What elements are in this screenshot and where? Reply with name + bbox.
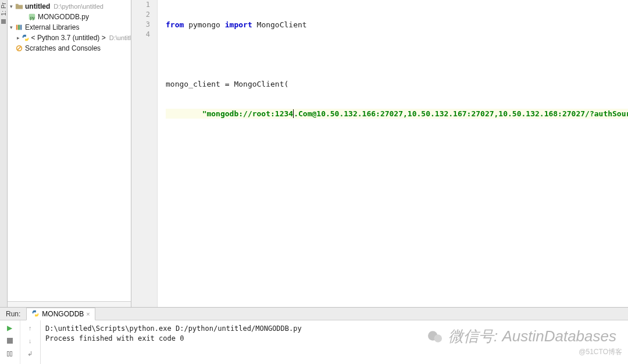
soft-wrap-button[interactable]: ↲ xyxy=(24,348,36,359)
tree-root-label: untitled xyxy=(24,2,50,10)
folder-icon xyxy=(15,2,24,10)
down-button[interactable]: ↓ xyxy=(24,336,36,346)
project-tool-strip[interactable]: 1: Pr xyxy=(0,0,8,307)
project-sidebar: ▾ untitled D:\python\untitled py MONGODD… xyxy=(8,0,131,307)
line-number: 3 xyxy=(131,20,150,30)
chevron-down-icon[interactable]: ▾ xyxy=(8,24,15,30)
external-libraries-icon xyxy=(15,23,24,31)
svg-rect-2 xyxy=(16,25,18,30)
run-tab-label: MONGODDB xyxy=(42,310,84,318)
structure-tool-icon[interactable] xyxy=(1,19,6,24)
layout-button[interactable] xyxy=(4,348,16,359)
svg-rect-4 xyxy=(20,25,22,30)
close-icon[interactable]: × xyxy=(86,311,90,317)
run-tab[interactable]: MONGODDB × xyxy=(26,308,95,320)
rerun-button[interactable]: ▶ xyxy=(4,323,16,333)
editor-content[interactable]: from pymongo import MongoClient mongo_cl… xyxy=(158,0,628,307)
line-number: 2 xyxy=(131,10,150,20)
tree-scratches-label: Scratches and Consoles xyxy=(24,44,101,52)
run-toolbar: ▶ ↑ ↓ ↲ xyxy=(0,320,41,364)
tree-ext-lib-label: External Libraries xyxy=(24,23,79,31)
code-line: mongo_client = MongoClient( xyxy=(166,79,628,89)
tree-scratches[interactable]: Scratches and Consoles xyxy=(8,43,131,53)
chevron-right-icon[interactable]: ▸ xyxy=(15,35,22,41)
tree-root-path: D:\python\untitled xyxy=(50,3,104,10)
code-line: "mongodb://root:1234.Com@10.50.132.166:2… xyxy=(166,109,628,119)
line-number: 1 xyxy=(131,0,150,10)
python-icon xyxy=(22,34,30,42)
project-tool-label: 1: Pr xyxy=(0,1,7,17)
tree-file[interactable]: py MONGODDB.py xyxy=(8,12,131,22)
tree-python-env-label: < Python 3.7 (untitled) > xyxy=(30,34,106,42)
sidebar-resize-handle[interactable] xyxy=(8,301,131,307)
output-line: D:\untitled\Scripts\python.exe D:/python… xyxy=(45,324,623,334)
output-line: Process finished with exit code 0 xyxy=(45,334,623,344)
run-body: ▶ ↑ ↓ ↲ D:\untitled\Scripts\python.exe D… xyxy=(0,320,628,364)
code-line: from pymongo import MongoClient xyxy=(166,20,628,30)
main-area: 1: Pr ▾ untitled D:\python\untitled py M… xyxy=(0,0,628,307)
run-label: Run: xyxy=(2,310,26,318)
editor-gutter: 1 2 3 4 xyxy=(131,0,158,307)
tree-ext-lib[interactable]: ▾ External Libraries xyxy=(8,22,131,33)
python-file-icon xyxy=(31,309,40,319)
tree-file-label: MONGODDB.py xyxy=(37,13,89,21)
project-tree[interactable]: ▾ untitled D:\python\untitled py MONGODD… xyxy=(8,0,131,301)
tree-python-env-hint: D:\untitl xyxy=(106,34,131,41)
line-number: 4 xyxy=(131,30,150,40)
svg-rect-3 xyxy=(18,25,20,30)
tree-root[interactable]: ▾ untitled D:\python\untitled xyxy=(8,1,131,12)
run-tool-window: Run: MONGODDB × ▶ ↑ ↓ ↲ D:\untitled\Scri… xyxy=(0,307,628,364)
svg-text:py: py xyxy=(30,15,35,20)
code-editor[interactable]: 1 2 3 4 from pymongo import MongoClient … xyxy=(131,0,628,307)
up-button[interactable]: ↑ xyxy=(24,323,36,333)
tree-python-env[interactable]: ▸ < Python 3.7 (untitled) > D:\untitl xyxy=(8,33,131,43)
run-tab-bar: Run: MONGODDB × xyxy=(0,308,628,320)
run-output[interactable]: D:\untitled\Scripts\python.exe D:/python… xyxy=(41,320,628,364)
chevron-down-icon[interactable]: ▾ xyxy=(8,3,15,9)
scratches-icon xyxy=(15,44,24,52)
stop-button[interactable] xyxy=(4,336,16,346)
code-line xyxy=(166,49,628,59)
python-file-icon: py xyxy=(27,13,37,21)
